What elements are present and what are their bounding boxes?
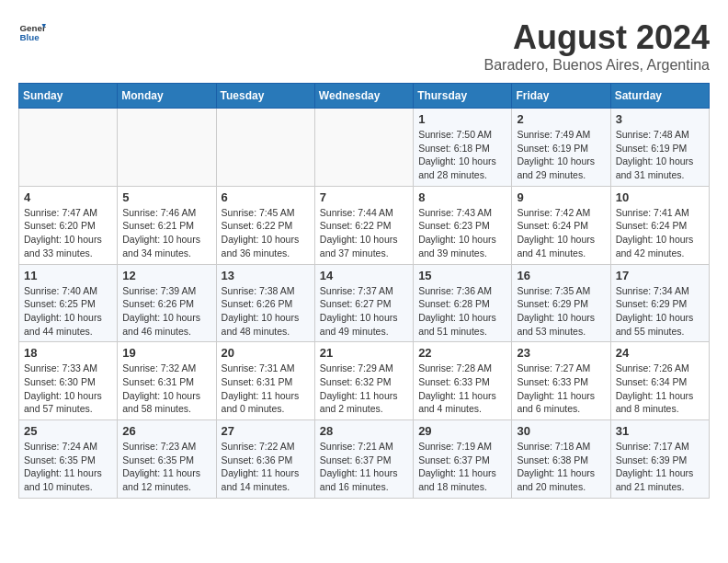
calendar-cell: 18Sunrise: 7:33 AM Sunset: 6:30 PM Dayli… [19, 342, 118, 420]
logo: General Blue [18, 18, 46, 46]
day-info: Sunrise: 7:49 AM Sunset: 6:19 PM Dayligh… [517, 128, 605, 182]
calendar-cell: 2Sunrise: 7:49 AM Sunset: 6:19 PM Daylig… [512, 109, 610, 187]
day-info: Sunrise: 7:43 AM Sunset: 6:23 PM Dayligh… [418, 206, 506, 260]
day-info: Sunrise: 7:50 AM Sunset: 6:18 PM Dayligh… [418, 128, 506, 182]
day-number: 6 [222, 190, 310, 204]
day-number: 14 [320, 269, 408, 282]
day-number: 29 [418, 424, 506, 438]
day-info: Sunrise: 7:37 AM Sunset: 6:27 PM Dayligh… [320, 284, 408, 339]
calendar-table: SundayMondayTuesdayWednesdayThursdayFrid… [18, 83, 710, 499]
calendar-cell: 7Sunrise: 7:44 AM Sunset: 6:22 PM Daylig… [314, 186, 413, 264]
day-info: Sunrise: 7:45 AM Sunset: 6:22 PM Dayligh… [222, 206, 310, 260]
weekday-header: Monday [118, 84, 216, 109]
day-number: 12 [122, 269, 210, 282]
day-info: Sunrise: 7:22 AM Sunset: 6:36 PM Dayligh… [222, 440, 310, 494]
calendar-cell: 29Sunrise: 7:19 AM Sunset: 6:37 PM Dayli… [414, 420, 512, 499]
svg-text:Blue: Blue [20, 32, 40, 42]
day-number: 30 [517, 424, 605, 438]
calendar-cell: 17Sunrise: 7:34 AM Sunset: 6:29 PM Dayli… [610, 264, 709, 342]
page-header: General Blue August 2024 Baradero, Bueno… [18, 18, 710, 74]
calendar-cell: 12Sunrise: 7:39 AM Sunset: 6:26 PM Dayli… [118, 264, 216, 342]
calendar-cell: 16Sunrise: 7:35 AM Sunset: 6:29 PM Dayli… [512, 264, 610, 342]
calendar-cell: 8Sunrise: 7:43 AM Sunset: 6:23 PM Daylig… [414, 186, 512, 264]
day-info: Sunrise: 7:26 AM Sunset: 6:34 PM Dayligh… [616, 362, 704, 416]
calendar-cell: 9Sunrise: 7:42 AM Sunset: 6:24 PM Daylig… [512, 186, 610, 264]
page-subtitle: Baradero, Buenos Aires, Argentina [484, 57, 711, 74]
calendar-week-row: 18Sunrise: 7:33 AM Sunset: 6:30 PM Dayli… [19, 342, 710, 420]
calendar-cell: 27Sunrise: 7:22 AM Sunset: 6:36 PM Dayli… [216, 420, 314, 499]
day-info: Sunrise: 7:36 AM Sunset: 6:28 PM Dayligh… [418, 284, 506, 339]
calendar-cell: 25Sunrise: 7:24 AM Sunset: 6:35 PM Dayli… [19, 420, 118, 499]
day-info: Sunrise: 7:24 AM Sunset: 6:35 PM Dayligh… [24, 440, 112, 494]
calendar-cell: 13Sunrise: 7:38 AM Sunset: 6:26 PM Dayli… [216, 264, 314, 342]
calendar-cell: 6Sunrise: 7:45 AM Sunset: 6:22 PM Daylig… [216, 186, 314, 264]
calendar-cell: 21Sunrise: 7:29 AM Sunset: 6:32 PM Dayli… [314, 342, 413, 420]
calendar-cell: 1Sunrise: 7:50 AM Sunset: 6:18 PM Daylig… [414, 109, 512, 187]
day-info: Sunrise: 7:29 AM Sunset: 6:32 PM Dayligh… [320, 362, 408, 416]
day-number: 20 [222, 346, 310, 360]
day-info: Sunrise: 7:46 AM Sunset: 6:21 PM Dayligh… [122, 206, 210, 260]
day-info: Sunrise: 7:28 AM Sunset: 6:33 PM Dayligh… [418, 362, 506, 416]
day-number: 18 [24, 346, 112, 360]
day-info: Sunrise: 7:17 AM Sunset: 6:39 PM Dayligh… [616, 440, 704, 494]
calendar-cell: 5Sunrise: 7:46 AM Sunset: 6:21 PM Daylig… [118, 186, 216, 264]
calendar-week-row: 25Sunrise: 7:24 AM Sunset: 6:35 PM Dayli… [19, 420, 710, 499]
weekday-header: Wednesday [314, 84, 413, 109]
day-number: 7 [320, 190, 408, 204]
calendar-cell: 20Sunrise: 7:31 AM Sunset: 6:31 PM Dayli… [216, 342, 314, 420]
calendar-cell: 31Sunrise: 7:17 AM Sunset: 6:39 PM Dayli… [610, 420, 709, 499]
calendar-week-row: 11Sunrise: 7:40 AM Sunset: 6:25 PM Dayli… [19, 264, 710, 342]
day-number: 5 [122, 190, 210, 204]
calendar-cell [314, 109, 413, 187]
day-info: Sunrise: 7:32 AM Sunset: 6:31 PM Dayligh… [122, 362, 210, 416]
weekday-header: Saturday [610, 84, 709, 109]
calendar-cell: 4Sunrise: 7:47 AM Sunset: 6:20 PM Daylig… [19, 186, 118, 264]
day-number: 10 [616, 190, 704, 204]
calendar-cell: 28Sunrise: 7:21 AM Sunset: 6:37 PM Dayli… [314, 420, 413, 499]
calendar-cell [216, 109, 314, 187]
calendar-cell: 3Sunrise: 7:48 AM Sunset: 6:19 PM Daylig… [610, 109, 709, 187]
calendar-week-row: 4Sunrise: 7:47 AM Sunset: 6:20 PM Daylig… [19, 186, 710, 264]
calendar-cell: 26Sunrise: 7:23 AM Sunset: 6:35 PM Dayli… [118, 420, 216, 499]
day-info: Sunrise: 7:42 AM Sunset: 6:24 PM Dayligh… [517, 206, 605, 260]
day-info: Sunrise: 7:33 AM Sunset: 6:30 PM Dayligh… [24, 362, 112, 416]
title-block: August 2024 Baradero, Buenos Aires, Arge… [484, 18, 711, 74]
day-number: 4 [24, 190, 112, 204]
day-info: Sunrise: 7:19 AM Sunset: 6:37 PM Dayligh… [418, 440, 506, 494]
day-number: 9 [517, 190, 605, 204]
day-number: 11 [24, 269, 112, 282]
weekday-header: Sunday [19, 84, 118, 109]
day-number: 25 [24, 424, 112, 438]
calendar-cell: 10Sunrise: 7:41 AM Sunset: 6:24 PM Dayli… [610, 186, 709, 264]
day-number: 8 [418, 190, 506, 204]
day-info: Sunrise: 7:34 AM Sunset: 6:29 PM Dayligh… [616, 284, 704, 339]
weekday-header: Thursday [414, 84, 512, 109]
day-number: 27 [222, 424, 310, 438]
day-info: Sunrise: 7:41 AM Sunset: 6:24 PM Dayligh… [616, 206, 704, 260]
calendar-cell: 15Sunrise: 7:36 AM Sunset: 6:28 PM Dayli… [414, 264, 512, 342]
day-number: 24 [616, 346, 704, 360]
day-info: Sunrise: 7:18 AM Sunset: 6:38 PM Dayligh… [517, 440, 605, 494]
page-title: August 2024 [484, 18, 711, 57]
day-info: Sunrise: 7:39 AM Sunset: 6:26 PM Dayligh… [122, 284, 210, 339]
calendar-cell: 19Sunrise: 7:32 AM Sunset: 6:31 PM Dayli… [118, 342, 216, 420]
calendar-cell [19, 109, 118, 187]
day-number: 3 [616, 112, 704, 126]
weekday-header: Tuesday [216, 84, 314, 109]
day-number: 13 [222, 269, 310, 282]
day-number: 26 [122, 424, 210, 438]
day-info: Sunrise: 7:40 AM Sunset: 6:25 PM Dayligh… [24, 284, 112, 339]
day-info: Sunrise: 7:48 AM Sunset: 6:19 PM Dayligh… [616, 128, 704, 182]
calendar-week-row: 1Sunrise: 7:50 AM Sunset: 6:18 PM Daylig… [19, 109, 710, 187]
calendar-cell: 23Sunrise: 7:27 AM Sunset: 6:33 PM Dayli… [512, 342, 610, 420]
day-info: Sunrise: 7:38 AM Sunset: 6:26 PM Dayligh… [222, 284, 310, 339]
calendar-cell [118, 109, 216, 187]
calendar-cell: 14Sunrise: 7:37 AM Sunset: 6:27 PM Dayli… [314, 264, 413, 342]
day-number: 17 [616, 269, 704, 282]
day-number: 31 [616, 424, 704, 438]
day-number: 2 [517, 112, 605, 126]
day-number: 21 [320, 346, 408, 360]
day-number: 23 [517, 346, 605, 360]
day-info: Sunrise: 7:23 AM Sunset: 6:35 PM Dayligh… [122, 440, 210, 494]
weekday-header-row: SundayMondayTuesdayWednesdayThursdayFrid… [19, 84, 710, 109]
